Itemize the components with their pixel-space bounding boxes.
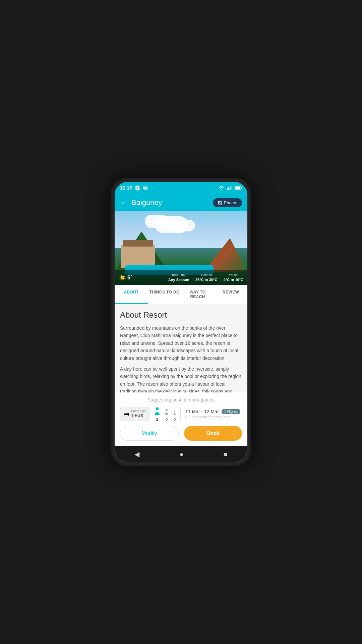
modify-button[interactable]: Modify <box>120 426 179 441</box>
tab-about[interactable]: ABOUT <box>115 285 148 304</box>
suggestion-text: Suggesting best fit room options <box>120 397 242 402</box>
winter-label: Winter <box>223 273 243 276</box>
svg-point-1 <box>144 187 146 189</box>
child-guest: 0 <box>164 408 170 421</box>
svg-rect-7 <box>235 186 240 189</box>
section-title: About Resort <box>120 310 242 320</box>
winter-info: Winter 4°C to 10°C <box>223 273 243 282</box>
nav-home-button[interactable]: ● <box>173 448 190 461</box>
battery-icon <box>235 186 242 190</box>
paragraph-2: A day here can be well spent by the rive… <box>120 365 242 392</box>
nav-bar: ◀ ● ■ <box>115 446 247 462</box>
sun-icon: ☀️ <box>119 274 126 281</box>
summer-info: Summer 26°C to 30°C <box>195 273 218 282</box>
room-type-badge: 🛏 Room Type 1-HUS <box>120 407 150 421</box>
date-range-text: 11 Mar - 12 Mar <box>185 409 219 414</box>
svg-rect-3 <box>228 187 229 190</box>
tab-review[interactable]: REVIEW <box>214 285 247 304</box>
hero-image: ☀️ 6° Best Time Any Season Summer 26°C t… <box>115 211 247 285</box>
photos-button[interactable]: 🖼 Photos <box>213 198 242 207</box>
svg-rect-4 <box>230 186 231 190</box>
nights-badge: 1 Nights <box>222 409 240 414</box>
signal-icon <box>227 185 233 190</box>
adult-icon <box>154 407 161 417</box>
booking-actions: Modify Book <box>120 426 242 441</box>
infant-count: 0 <box>174 417 176 421</box>
season-info: Best Time Any Season Summer 26°C to 30°C… <box>139 273 243 282</box>
content-area: About Resort Surrounded by mountains on … <box>115 304 247 392</box>
svg-rect-5 <box>231 185 232 190</box>
room-type-info: Room Type 1-HUS <box>131 409 146 419</box>
nav-back-button[interactable]: ◀ <box>128 447 146 461</box>
tabs: ABOUT THINGS TO DO WAY TO REACH REVIEW <box>115 285 247 304</box>
summer-label: Summer <box>195 273 218 276</box>
circle-icon <box>143 185 148 191</box>
svg-rect-8 <box>241 187 242 189</box>
room-type-label: Room Type <box>131 409 146 413</box>
photos-label: Photos <box>224 200 237 205</box>
page-title: Baiguney <box>131 198 213 207</box>
status-icons <box>219 185 242 190</box>
date-nights-info: 11 Mar - 12 Mar 1 Nights 0.5 points will… <box>185 409 240 419</box>
summer-range: 26°C to 30°C <box>195 278 218 282</box>
back-button[interactable]: ← <box>120 198 127 207</box>
child-count: 0 <box>166 417 168 421</box>
room-icon: 🛏 <box>124 411 129 417</box>
wifi-icon <box>219 185 225 190</box>
guests-info: 2 0 0 <box>154 407 177 421</box>
svg-point-9 <box>156 407 159 410</box>
points-text: 0.5 points will be consumed <box>185 415 240 419</box>
svg-point-10 <box>166 409 168 411</box>
room-type-value: 1-HUS <box>131 414 143 418</box>
adult-count: 2 <box>156 417 158 421</box>
child-icon <box>164 408 170 417</box>
adult-guest: 2 <box>154 407 161 421</box>
best-time: Best Time Any Season <box>168 273 189 282</box>
paragraph-1: Surrounded by mountains on the banks of … <box>120 324 242 362</box>
app-header: ← Baiguney 🖼 Photos <box>115 194 247 211</box>
booking-details: 🛏 Room Type 1-HUS 2 <box>120 407 242 421</box>
temperature: 6° <box>127 275 132 281</box>
best-time-label: Best Time <box>168 273 189 276</box>
infant-guest: 0 <box>172 410 177 421</box>
status-bar: 12:18 <box>115 182 247 194</box>
winter-range: 4°C to 10°C <box>223 278 243 282</box>
weather-info: ☀️ 6° <box>119 274 132 281</box>
booking-panel: Suggesting best fit room options 🛏 Room … <box>115 392 247 446</box>
best-time-value: Any Season <box>168 278 189 282</box>
hero-info-overlay: ☀️ 6° Best Time Any Season Summer 26°C t… <box>115 270 247 285</box>
tab-things-to-do[interactable]: THINGS TO DO <box>148 285 181 304</box>
tab-way-to-reach[interactable]: WAY TO REACH <box>181 285 214 304</box>
svg-rect-2 <box>227 188 228 190</box>
date-range: 11 Mar - 12 Mar 1 Nights <box>185 409 240 414</box>
book-button[interactable]: Book <box>184 426 242 441</box>
cloud-2 <box>145 215 168 228</box>
photos-icon: 🖼 <box>218 200 222 205</box>
status-time: 12:18 <box>120 185 132 191</box>
settings-icon <box>135 185 140 191</box>
divider <box>180 407 181 421</box>
svg-point-11 <box>174 411 176 413</box>
nav-recent-button[interactable]: ■ <box>217 448 234 461</box>
cloud-3 <box>168 220 195 231</box>
infant-icon <box>172 410 177 417</box>
